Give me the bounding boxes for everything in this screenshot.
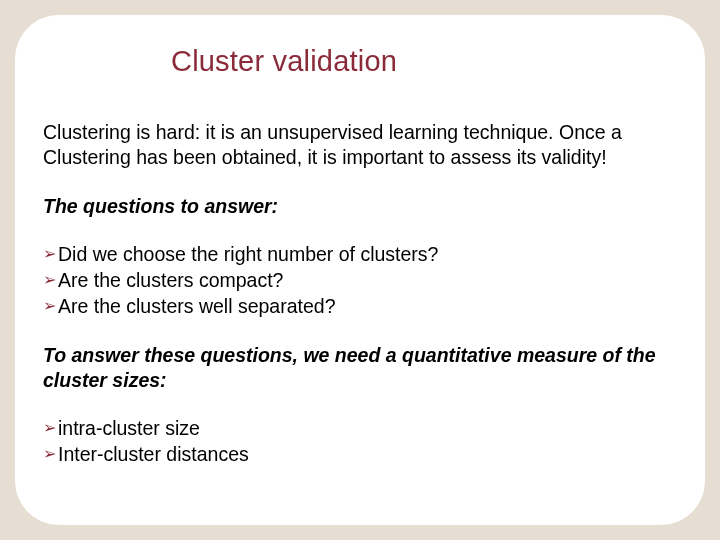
bullet-icon: ➢	[43, 415, 56, 441]
list-item: ➢ Did we choose the right number of clus…	[43, 241, 677, 267]
list-item-text: Did we choose the right number of cluste…	[58, 241, 438, 267]
subheading-questions: The questions to answer:	[43, 194, 677, 219]
list-item-text: Inter-cluster distances	[58, 441, 249, 467]
intro-paragraph: Clustering is hard: it is an unsupervise…	[43, 120, 677, 170]
list-item: ➢ Are the clusters compact?	[43, 267, 677, 293]
list-item: ➢ intra-cluster size	[43, 415, 677, 441]
bullet-icon: ➢	[43, 241, 56, 267]
list-item-text: Are the clusters compact?	[58, 267, 283, 293]
measures-list: ➢ intra-cluster size ➢ Inter-cluster dis…	[43, 415, 677, 467]
bullet-icon: ➢	[43, 441, 56, 467]
slide-card: Cluster validation Clustering is hard: i…	[15, 15, 705, 525]
list-item: ➢ Inter-cluster distances	[43, 441, 677, 467]
list-item-text: intra-cluster size	[58, 415, 200, 441]
list-item: ➢ Are the clusters well separated?	[43, 293, 677, 319]
bullet-icon: ➢	[43, 293, 56, 319]
list-item-text: Are the clusters well separated?	[58, 293, 335, 319]
subheading-measures: To answer these questions, we need a qua…	[43, 343, 677, 393]
bullet-icon: ➢	[43, 267, 56, 293]
questions-list: ➢ Did we choose the right number of clus…	[43, 241, 677, 319]
slide-title: Cluster validation	[171, 45, 677, 78]
